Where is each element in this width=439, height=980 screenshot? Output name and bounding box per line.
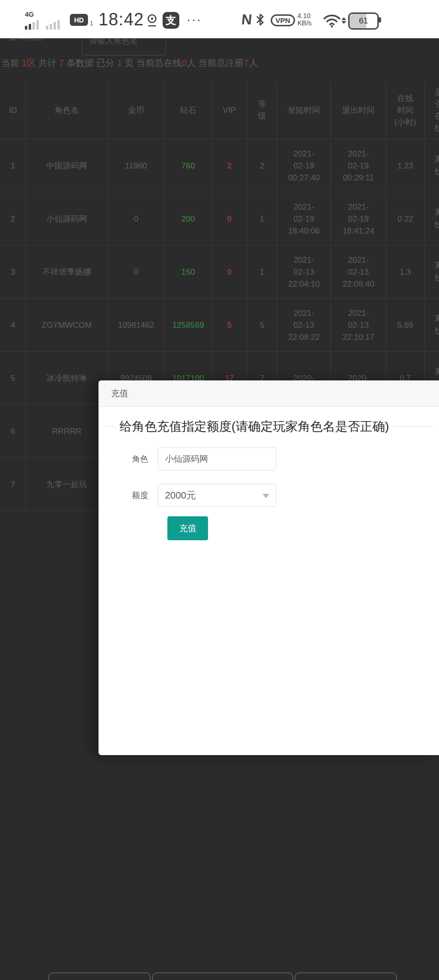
more-dots-icon: ··· [187, 12, 202, 27]
table-header-cell: 钻石 [165, 81, 212, 139]
role-input[interactable]: 小仙源码网 [158, 447, 276, 470]
location-icon [146, 13, 158, 30]
table-cell: 离线 [425, 299, 439, 351]
table-cell: 0 [212, 245, 247, 298]
amount-select-value: 2000元 [165, 489, 196, 502]
pagination-button[interactable] [48, 972, 151, 980]
table-cell: 0.22 [386, 192, 425, 245]
table-cell: 11960 [108, 139, 165, 192]
chevron-down-icon [263, 494, 269, 498]
amount-select[interactable]: 2000元 [158, 484, 276, 507]
table-cell: 0 [212, 192, 247, 245]
table-row: 2小仙源码网0200012021-02-1918:40:062021-02-19… [0, 192, 439, 245]
table-header-cell: 在线时间(小时) [386, 81, 425, 139]
table-header-cell: 登陆时间 [277, 81, 331, 139]
alipay-icon: 支 [163, 12, 179, 29]
search-label: 查询玩家 [9, 38, 45, 43]
table-cell: 760 [165, 139, 212, 192]
stats-text: 条数据 已分 [64, 58, 117, 68]
table-header-cell: 退出时间 [331, 81, 386, 139]
table-cell: 2021-02-1322:10:17 [331, 299, 386, 351]
table-cell: 不祥塔季扬娜 [26, 245, 108, 298]
stats-highlight: 7 [59, 58, 64, 68]
table-cell: 2021-02-1918:40:06 [277, 192, 331, 245]
table-cell: 3 [0, 245, 26, 298]
table-header-row: ID角色名金币钻石VIP等级登陆时间退出时间在线时间(小时)是否在线 [0, 81, 439, 139]
role-field-label: 角色 [99, 454, 158, 465]
table-cell: 2021-02-1900:29:11 [331, 139, 386, 192]
data-activity-icon [341, 17, 346, 24]
recharge-modal: 充值 给角色充值指定额度(请确定玩家角色名是否正确) 角色 小仙源码网 额度 2… [99, 380, 439, 755]
recharge-submit-button[interactable]: 充值 [167, 516, 208, 540]
stats-text: 人 [249, 58, 258, 68]
table-cell: RRRRR [26, 405, 108, 457]
divider-line [393, 426, 434, 427]
table-row: 1中国源码网11960760222021-02-1900:27:402021-0… [0, 139, 439, 192]
table-cell: 1 [0, 139, 26, 192]
table-cell: 10981462 [108, 299, 165, 351]
speed-unit: KB/s [297, 19, 312, 27]
divider-line [106, 426, 116, 427]
table-cell: 中国源码网 [26, 139, 108, 192]
table-cell: 2021-02-1322:04:10 [277, 245, 331, 298]
table-cell: 200 [165, 192, 212, 245]
network-type-label: 4G [25, 11, 34, 18]
table-cell: 5 [0, 352, 26, 404]
table-cell: 0 [108, 192, 165, 245]
table-cell: ZGYMWCOM [26, 299, 108, 351]
table-cell: 5 [212, 299, 247, 351]
role-field-row: 角色 小仙源码网 [99, 447, 276, 470]
table-header-cell: 等级 [247, 81, 277, 139]
modal-title: 给角色充值指定额度(请确定玩家角色名是否正确) [120, 418, 389, 435]
modal-header-title: 充值 [111, 388, 128, 399]
stats-highlight: 7 [244, 58, 249, 68]
table-cell: 2 [212, 139, 247, 192]
table-cell: 2021-02-1322:08:22 [277, 299, 331, 351]
stats-text: 人 当前总注册 [187, 58, 244, 68]
table-cell: 1258569 [165, 299, 212, 351]
stats-text: 页 当前总在线 [122, 58, 182, 68]
table-cell: 2021-02-1900:27:40 [277, 139, 331, 192]
table-cell: 2021-02-1322:08:40 [331, 245, 386, 298]
table-cell: 小仙源码网 [26, 192, 108, 245]
role-input-value: 小仙源码网 [165, 453, 208, 465]
pagination-button[interactable] [295, 972, 397, 980]
battery-nub [379, 17, 381, 22]
table-header-cell: ID [0, 81, 26, 139]
battery-icon: 61 [348, 12, 379, 30]
table-cell: 5 [247, 299, 277, 351]
table-header-cell: 金币 [108, 81, 165, 139]
table-cell: 九零一起玩 [26, 458, 108, 511]
stats-text: 当前 [1, 58, 22, 68]
table-cell: 1.3 [386, 245, 425, 298]
stats-highlight: 1区 [22, 58, 36, 68]
hd-sim-index: 1 [90, 20, 93, 27]
clock-time: 18:42 [99, 10, 144, 30]
battery-percent: 61 [359, 16, 368, 26]
wifi-icon [322, 13, 341, 30]
table-cell: 5.69 [386, 299, 425, 351]
network-speed: 4.10 KB/s [297, 12, 312, 27]
table-cell: 7 [0, 458, 26, 511]
amount-field-row: 额度 2000元 [99, 484, 276, 507]
modal-title-row: 给角色充值指定额度(请确定玩家角色名是否正确) [99, 417, 439, 436]
bluetooth-icon [255, 12, 265, 29]
search-input[interactable]: 请输入角色名 [82, 38, 166, 56]
table-cell: 离线 [425, 192, 439, 245]
table-header-cell: 是否在线 [425, 81, 439, 139]
table-cell: 6 [0, 405, 26, 457]
table-cell: 离线 [425, 139, 439, 192]
table-cell: 1 [247, 245, 277, 298]
stats-text: 共计 [36, 58, 59, 68]
table-cell: 1.23 [386, 139, 425, 192]
pagination-button[interactable] [152, 972, 293, 980]
modal-header: 充值 [99, 380, 439, 407]
search-placeholder: 请输入角色名 [89, 38, 138, 46]
table-cell: 2 [0, 192, 26, 245]
table-cell: 2 [247, 139, 277, 192]
table-header-cell: 角色名 [26, 81, 108, 139]
signal-strength-icon-sim2 [46, 20, 60, 30]
table-row: 4ZGYMWCOM109814621258569552021-02-1322:0… [0, 299, 439, 352]
vpn-icon: VPN [271, 14, 295, 26]
table-cell: 离线 [425, 245, 439, 298]
